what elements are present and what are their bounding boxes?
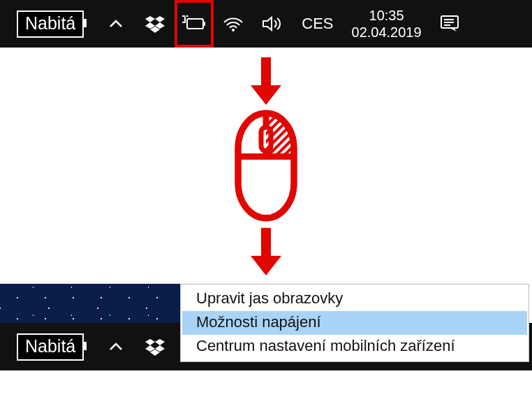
clock-date: 02.04.2019 [352,24,422,41]
svg-rect-5 [187,19,203,29]
instruction-graphic [0,48,532,284]
tray-expand-chevron[interactable] [96,323,135,370]
menu-item-power-options[interactable]: Možnosti napájení [182,311,527,335]
desktop-wallpaper-strip [0,284,195,323]
battery-context-menu: Upravit jas obrazovky Možnosti napájení … [180,284,529,362]
menu-item-label: Možnosti napájení [196,313,321,331]
svg-point-9 [232,29,235,31]
dropbox-icon [145,336,165,357]
svg-rect-6 [203,22,205,26]
battery-badge[interactable]: Nabitá [17,333,84,361]
wifi-icon [223,15,244,32]
svg-marker-10 [263,17,272,30]
battery-tray-icon-highlighted[interactable] [175,0,214,48]
battery-badge-label: Nabitá [25,13,75,33]
dropbox-tray-icon[interactable] [135,323,175,370]
menu-item-label: Centrum nastavení mobilních zařízení [196,337,455,354]
system-tray-top: Nabitá [0,0,532,48]
volume-tray-icon[interactable] [253,0,292,48]
menu-item-brightness[interactable]: Upravit jas obrazovky [182,287,527,311]
ime-indicator[interactable]: CES [292,15,343,33]
dropbox-tray-icon[interactable] [135,0,175,48]
battery-badge-label: Nabitá [25,336,75,356]
arrow-down-icon [245,55,287,106]
clock[interactable]: 10:35 02.04.2019 [343,7,430,41]
notification-icon [440,15,459,33]
svg-marker-1 [155,16,165,22]
dropbox-icon [145,13,165,34]
svg-marker-25 [155,339,165,345]
menu-item-mobility-center[interactable]: Centrum nastavení mobilních zařízení [182,335,527,359]
ime-label: CES [302,15,333,32]
svg-marker-24 [145,339,155,345]
battery-badge[interactable]: Nabitá [17,10,84,38]
svg-marker-23 [251,256,281,275]
menu-item-label: Upravit jas obrazovky [196,289,343,307]
tray-expand-chevron[interactable] [96,0,135,48]
svg-marker-0 [145,16,155,22]
speaker-icon [262,15,283,32]
wifi-tray-icon[interactable] [214,0,253,48]
battery-charging-icon [182,15,206,32]
chevron-up-icon [108,15,124,32]
right-click-mouse-icon [221,106,311,225]
action-center-icon[interactable] [430,0,469,48]
arrow-down-icon [245,225,287,277]
clock-time: 10:35 [369,7,404,24]
lower-region: Upravit jas obrazovky Možnosti napájení … [0,284,532,370]
chevron-up-icon [108,338,124,355]
svg-marker-16 [251,85,281,105]
